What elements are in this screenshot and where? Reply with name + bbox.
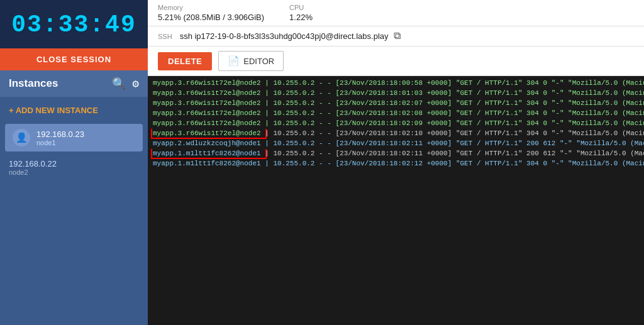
- add-instance-button[interactable]: + ADD NEW INSTANCE: [0, 97, 148, 121]
- log-line: myapp.2.wdluzkzcoqjh@node1 | 10.255.0.2 …: [148, 139, 644, 149]
- log-line: myapp.1.m1ltt1fc8262@node1 | 10.255.0.2 …: [148, 149, 644, 159]
- log-line: myapp.3.r66wis1t72el@node2 | 10.255.0.2 …: [148, 79, 644, 89]
- log-line: myapp.1.m1ltt1fc8262@node1 | 10.255.0.2 …: [148, 159, 644, 169]
- log-line: myapp.3.r66wis1t72el@node2 | 10.255.0.2 …: [148, 119, 644, 129]
- sidebar: 03:33:49 CLOSE SESSION Instances 🔍 ⚙ + A…: [0, 0, 148, 325]
- delete-button[interactable]: DELETE: [158, 52, 212, 70]
- editor-label: EDITOR: [243, 57, 274, 66]
- cpu-value: 1.22%: [289, 13, 313, 22]
- close-session-button[interactable]: CLOSE SESSION: [0, 48, 148, 70]
- instance-node: node1: [36, 139, 84, 146]
- cpu-metric: CPU 1.22%: [289, 4, 313, 22]
- instance-node: node2: [9, 168, 139, 176]
- gear-icon[interactable]: ⚙: [132, 77, 139, 91]
- ssh-label: SSH: [158, 33, 172, 40]
- log-line: myapp.3.r66wis1t72el@node2 | 10.255.0.2 …: [148, 109, 644, 119]
- avatar: 👤: [13, 129, 30, 146]
- instance-ip: 192.168.0.22: [9, 159, 139, 168]
- ssh-value: ssh ip172-19-0-8-bfs3l3s3uhdg00c43pj0@di…: [180, 31, 389, 41]
- instances-icons: 🔍 ⚙: [112, 77, 139, 91]
- instances-title: Instances: [9, 77, 58, 90]
- file-icon: 📄: [228, 55, 240, 67]
- log-line: myapp.3.r66wis1t72el@node2 | 10.255.0.2 …: [148, 129, 644, 139]
- editor-button[interactable]: 📄 EDITOR: [218, 51, 284, 71]
- search-icon[interactable]: 🔍: [112, 77, 126, 91]
- metrics-bar: Memory 5.21% (208.5MiB / 3.906GiB) CPU 1…: [148, 0, 644, 26]
- clock: 03:33:49: [0, 0, 148, 48]
- memory-label: Memory: [158, 4, 264, 11]
- memory-metric: Memory 5.21% (208.5MiB / 3.906GiB): [158, 4, 264, 22]
- instance-ip: 192.168.0.23: [36, 129, 84, 139]
- log-line: myapp.3.r66wis1t72el@node2 | 10.255.0.2 …: [148, 99, 644, 109]
- ssh-bar: SSH ssh ip172-19-0-8-bfs3l3s3uhdg00c43pj…: [148, 26, 644, 47]
- instances-header: Instances 🔍 ⚙: [0, 70, 148, 97]
- log-line: myapp.3.r66wis1t72el@node2 | 10.255.0.2 …: [148, 89, 644, 99]
- main-panel: Memory 5.21% (208.5MiB / 3.906GiB) CPU 1…: [148, 0, 644, 325]
- action-bar: DELETE 📄 EDITOR: [148, 47, 644, 76]
- copy-icon[interactable]: ⧉: [394, 30, 401, 42]
- instance-item[interactable]: 192.168.0.22 node2: [0, 154, 148, 181]
- instance-item[interactable]: 👤 192.168.0.23 node1: [5, 124, 143, 151]
- cpu-label: CPU: [289, 4, 313, 11]
- instance-info: 192.168.0.23 node1: [36, 129, 84, 146]
- log-area[interactable]: myapp.3.r66wis1t72el@node2 | 10.255.0.2 …: [148, 76, 644, 325]
- memory-value: 5.21% (208.5MiB / 3.906GiB): [158, 13, 264, 22]
